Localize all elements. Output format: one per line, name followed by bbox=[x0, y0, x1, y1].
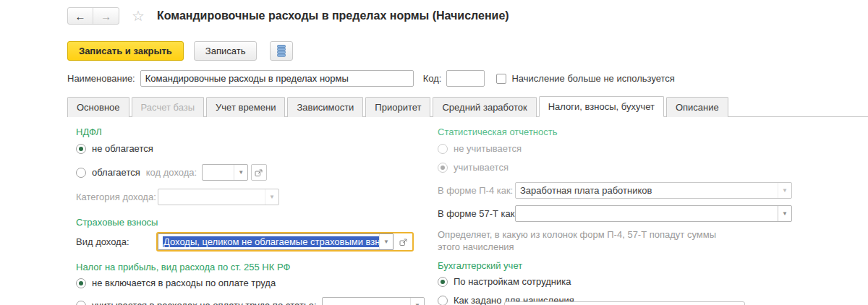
radio-icon[interactable] bbox=[76, 168, 86, 178]
income-category-row: Категория дохода: ▼ bbox=[76, 189, 425, 205]
p4-form-row: В форме П-4 как: Заработная плата работн… bbox=[438, 182, 803, 199]
accounting-reflection-button[interactable] bbox=[270, 41, 293, 61]
statistics-section-header: Статистическая отчетность bbox=[438, 126, 803, 137]
t57-form-combo[interactable]: ▼ bbox=[515, 205, 792, 222]
income-type-focus-ring: Доходы, целиком не облагаемые страховыми… bbox=[156, 232, 414, 252]
chevron-down-icon[interactable]: ▼ bbox=[778, 206, 791, 221]
income-type-open-button[interactable] bbox=[396, 233, 412, 250]
tab-base-calc[interactable]: Расчет базы bbox=[132, 97, 205, 117]
income-code-label: код дохода: bbox=[146, 167, 197, 178]
chevron-down-icon[interactable]: ▼ bbox=[265, 189, 278, 205]
back-button[interactable]: ← bbox=[68, 8, 93, 24]
chevron-down-icon[interactable]: ▼ bbox=[234, 165, 247, 180]
tab-description[interactable]: Описание bbox=[666, 97, 728, 117]
radio-selected-icon[interactable] bbox=[76, 144, 86, 154]
nav-buttons: ← → bbox=[67, 7, 119, 25]
radio-label: не учитывается bbox=[454, 143, 522, 154]
code-label: Код: bbox=[423, 73, 442, 84]
income-category-label: Категория дохода: bbox=[76, 192, 158, 202]
statistics-hint-text: Определяет, в какую из колонок форм П-4,… bbox=[438, 228, 721, 253]
tab-dependencies[interactable]: Зависимости bbox=[287, 97, 363, 117]
radio-label: По настройкам сотрудника bbox=[454, 276, 571, 287]
left-column: НДФЛ не облагается облагается код дохода… bbox=[76, 124, 425, 305]
profit-tax-section-header: Налог на прибыль, вид расхода по ст. 255… bbox=[76, 262, 425, 272]
income-type-value: Доходы, целиком не облагаемые страховыми… bbox=[163, 236, 379, 247]
tab-bar: Основное Расчет базы Учет времени Зависи… bbox=[67, 95, 868, 117]
open-icon bbox=[399, 238, 408, 246]
chevron-down-icon[interactable]: ▼ bbox=[379, 234, 393, 249]
tab-main[interactable]: Основное bbox=[67, 97, 129, 117]
radio-disabled-icon bbox=[438, 144, 448, 154]
insurance-section-header: Страховые взносы bbox=[76, 217, 425, 228]
tab-priority[interactable]: Приоритет bbox=[365, 97, 430, 117]
name-code-row: Наименование: Код: Начисление больше не … bbox=[67, 70, 868, 87]
t57-form-label: В форме 57-Т как: bbox=[438, 208, 515, 219]
p4-form-label: В форме П-4 как: bbox=[438, 185, 515, 196]
t57-form-row: В форме 57-Т как: ▼ bbox=[438, 205, 803, 222]
save-and-close-button[interactable]: Записать и закрыть bbox=[67, 41, 184, 61]
favorite-star-icon[interactable]: ☆ bbox=[132, 9, 145, 23]
chevron-down-icon: ▼ bbox=[778, 183, 791, 198]
page-title: Командировочные расходы в пределах нормы… bbox=[157, 9, 509, 22]
radio-disabled-selected-icon bbox=[438, 163, 448, 173]
income-type-row: Вид дохода: Доходы, целиком не облагаемы… bbox=[76, 232, 425, 252]
accounting-section-header: Бухгалтерский учет bbox=[438, 260, 803, 271]
name-label: Наименование: bbox=[67, 73, 135, 84]
income-category-combo[interactable]: ▼ bbox=[158, 189, 279, 205]
accounting-account-combo-partial[interactable] bbox=[504, 301, 745, 305]
income-type-label: Вид дохода: bbox=[76, 236, 156, 247]
chevron-down-icon[interactable]: ▼ bbox=[410, 298, 424, 305]
radio-label: не включается в расходы по оплате труда bbox=[92, 278, 276, 288]
open-icon bbox=[255, 168, 263, 177]
profit-not-included-option[interactable]: не включается в расходы по оплате труда bbox=[76, 278, 425, 288]
name-input[interactable] bbox=[140, 70, 414, 87]
p4-form-value: Заработная плата работников bbox=[516, 185, 778, 196]
radio-icon[interactable] bbox=[438, 296, 448, 305]
radio-label: учитывается bbox=[454, 162, 509, 173]
accrual-card-window: ← → ☆ Командировочные расходы в пределах… bbox=[0, 0, 868, 305]
not-used-checkbox-label: Начисление больше не используется bbox=[511, 73, 674, 84]
radio-selected-icon[interactable] bbox=[438, 277, 448, 287]
radio-label: облагается bbox=[92, 167, 140, 178]
radio-icon[interactable] bbox=[76, 301, 86, 305]
expense-article-combo[interactable]: ▼ bbox=[322, 297, 425, 305]
ndfl-section-header: НДФЛ bbox=[76, 126, 425, 137]
tab-page-taxes: НДФЛ не облагается облагается код дохода… bbox=[0, 117, 868, 305]
right-column: Статистическая отчетность не учитывается… bbox=[438, 124, 803, 305]
income-code-open-button[interactable] bbox=[251, 164, 267, 181]
save-button[interactable]: Записать bbox=[194, 41, 258, 61]
db-stack-icon bbox=[277, 45, 286, 57]
stats-not-counted-option: не учитывается bbox=[438, 143, 803, 154]
tab-time-tracking[interactable]: Учет времени bbox=[206, 97, 285, 117]
income-code-combo[interactable]: ▼ bbox=[202, 164, 248, 181]
tab-average-earnings[interactable]: Средний заработок bbox=[433, 97, 536, 117]
forward-button[interactable]: → bbox=[93, 8, 119, 24]
toolbar: Записать и закрыть Записать bbox=[67, 41, 868, 61]
code-input[interactable] bbox=[446, 70, 485, 87]
income-type-combo[interactable]: Доходы, целиком не облагаемые страховыми… bbox=[158, 233, 393, 250]
not-used-checkbox[interactable] bbox=[496, 74, 506, 84]
radio-label: учитывается в расходах на оплату труда п… bbox=[92, 300, 317, 305]
ndfl-taxed-option[interactable]: облагается код дохода: ▼ bbox=[76, 164, 425, 181]
accounting-employee-option[interactable]: По настройкам сотрудника bbox=[438, 276, 803, 287]
profit-included-option[interactable]: учитывается в расходах на оплату труда п… bbox=[76, 297, 425, 305]
radio-label: не облагается bbox=[92, 143, 153, 154]
p4-form-combo: Заработная плата работников ▼ bbox=[515, 182, 792, 199]
stats-counted-option: учитывается bbox=[438, 162, 803, 173]
title-bar: ← → ☆ Командировочные расходы в пределах… bbox=[0, 0, 868, 25]
ndfl-not-taxed-option[interactable]: не облагается bbox=[76, 143, 425, 154]
tab-taxes-contributions[interactable]: Налоги, взносы, бухучет bbox=[539, 96, 664, 117]
radio-selected-icon[interactable] bbox=[76, 278, 86, 288]
